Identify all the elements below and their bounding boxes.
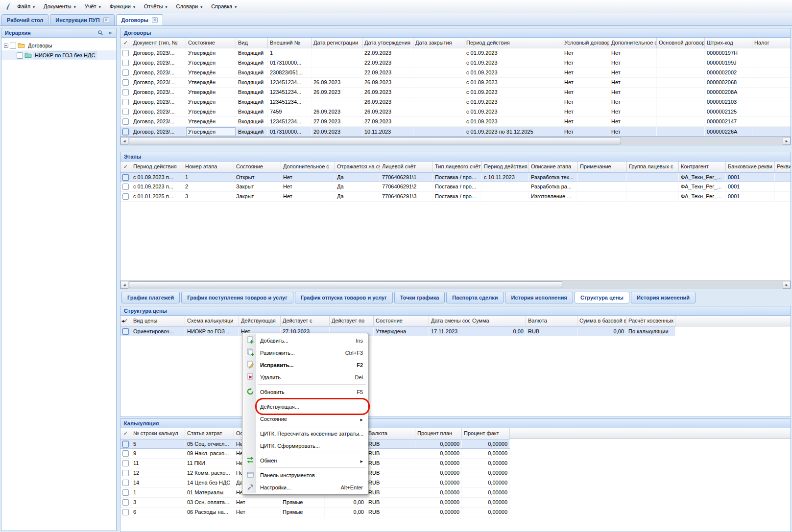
menubar-item-6[interactable]: Справка xyxy=(207,1,241,12)
column-header[interactable]: ✓ xyxy=(120,428,131,439)
context-menu-item-3[interactable]: УдалитьDel xyxy=(243,371,367,383)
menubar-item-4[interactable]: Отчёты xyxy=(140,1,171,12)
column-header[interactable]: Документ (тип, № xyxy=(131,38,186,48)
row-checkbox[interactable] xyxy=(122,441,129,447)
row-checkbox[interactable] xyxy=(122,480,129,486)
table-row[interactable]: с 01.09.2023 п...2ЗакрытНетДа7706406291\… xyxy=(120,182,791,192)
column-header[interactable]: Дата регистрации xyxy=(312,38,362,48)
column-header[interactable]: Сумма xyxy=(470,316,526,326)
scroll-left-button[interactable] xyxy=(120,281,128,289)
context-menu-item-1[interactable]: Размножить...Ctrl+F3 xyxy=(243,347,367,359)
tab-0[interactable]: Рабочий стол xyxy=(1,14,48,25)
context-menu-item-5[interactable]: Действующая... xyxy=(243,400,367,413)
scroll-right-button[interactable] xyxy=(783,137,791,145)
contracts-hscrollbar[interactable] xyxy=(120,137,791,145)
column-header[interactable]: Валюта xyxy=(366,428,415,439)
column-header[interactable]: Вид xyxy=(236,38,268,48)
column-header[interactable]: № строки калькул xyxy=(131,428,185,439)
column-header[interactable]: Тип лицевого счёт xyxy=(433,162,482,172)
table-row[interactable]: с 01.09.2023 п...1ОткрытНетДа7706406291\… xyxy=(120,172,791,182)
row-checkbox[interactable] xyxy=(122,184,129,190)
row-checkbox[interactable] xyxy=(122,129,129,135)
column-header[interactable]: Период действия л xyxy=(482,162,529,172)
column-header[interactable]: Действует с xyxy=(281,316,330,326)
table-row[interactable]: 303 Осн. оплата...НетПрямые0,00RUB0,0000… xyxy=(120,498,510,508)
tab-2[interactable]: Договоры xyxy=(116,14,163,25)
context-menu-item-2[interactable]: Исправить...F2 xyxy=(243,359,367,371)
row-checkbox[interactable] xyxy=(122,499,129,506)
subtab-4[interactable]: Паспорта сделки xyxy=(446,292,504,303)
scroll-left-indicator-icon[interactable] xyxy=(120,318,125,324)
tree-checkbox[interactable] xyxy=(17,52,23,59)
subtab-5[interactable]: История исполнения xyxy=(505,292,573,303)
row-checkbox[interactable] xyxy=(122,509,129,515)
table-row[interactable]: Договор, 2023/...УтверждёнВходящий123451… xyxy=(120,78,791,88)
column-header[interactable]: Основной договор xyxy=(657,38,705,48)
row-checkbox[interactable] xyxy=(122,470,129,476)
table-row[interactable]: Договор, 2023/...УтверждёнВходящий017310… xyxy=(120,127,791,137)
row-checkbox[interactable] xyxy=(122,69,129,76)
row-checkbox[interactable] xyxy=(122,174,129,181)
close-icon[interactable] xyxy=(103,17,109,23)
menubar-item-5[interactable]: Словари xyxy=(171,1,207,12)
menubar-item-0[interactable]: Файл xyxy=(13,1,39,12)
context-menu-item-7[interactable]: ЦИТК. Пересчитать косвенные затраты... xyxy=(243,427,367,439)
close-icon[interactable] xyxy=(152,17,158,23)
column-header[interactable]: Дата закрытия xyxy=(413,38,464,48)
context-menu-item-9[interactable]: Обмен xyxy=(243,454,367,466)
table-row[interactable]: 606 Расходы на...НетПрямые0,00RUB0,00000… xyxy=(120,508,510,517)
column-header[interactable]: Контрагент xyxy=(679,162,726,172)
subtab-0[interactable]: График платежей xyxy=(121,292,180,303)
context-menu-item-0[interactable]: Добавить...Ins xyxy=(243,334,367,347)
column-header[interactable]: Дата утверждения xyxy=(362,38,413,48)
column-header[interactable]: Состояние xyxy=(234,162,281,172)
column-header[interactable]: Примечание xyxy=(578,162,627,172)
table-row[interactable]: Договор, 2023/...УтверждёнВходящий122.09… xyxy=(120,48,791,58)
column-header[interactable]: Действующая xyxy=(239,316,281,326)
column-header[interactable]: Период действия xyxy=(464,38,562,48)
column-header[interactable]: Группа лицевых с xyxy=(627,162,679,172)
column-header[interactable]: Статья затрат xyxy=(185,428,234,439)
table-row[interactable]: Договор, 2023/...УтверждёнВходящий123451… xyxy=(120,117,791,127)
row-checkbox[interactable] xyxy=(122,118,129,125)
column-header[interactable]: Штрих-код xyxy=(705,38,752,48)
column-header[interactable]: Описание этапа xyxy=(529,162,578,172)
stages-hscrollbar[interactable] xyxy=(120,280,791,289)
table-row[interactable]: Договор, 2023/...УтверждёнВходящий745926… xyxy=(120,107,791,117)
column-header[interactable]: Действует по xyxy=(330,316,374,326)
row-checkbox[interactable] xyxy=(122,60,129,66)
column-header[interactable]: Отражается на су xyxy=(335,162,380,172)
scroll-thumb[interactable] xyxy=(129,138,621,144)
table-row[interactable]: с 01.01.2025 п...3ЗакрытНетДа7706406291\… xyxy=(120,192,791,202)
column-header[interactable]: Налог xyxy=(752,38,791,48)
column-header[interactable]: Вид цены xyxy=(131,316,185,326)
subtab-1[interactable]: График поступления товаров и услуг xyxy=(181,292,293,303)
context-menu-item-4[interactable]: ОбновитьF5 xyxy=(243,386,367,398)
menubar-item-2[interactable]: Учёт xyxy=(80,1,105,12)
subtab-2[interactable]: График отпуска товаров и услуг xyxy=(295,292,393,303)
subtab-7[interactable]: История изменений xyxy=(631,292,696,303)
row-checkbox[interactable] xyxy=(122,460,129,466)
column-header[interactable]: Номер этапа xyxy=(183,162,234,172)
locate-icon[interactable] xyxy=(96,29,104,37)
column-header[interactable]: ✓ xyxy=(120,38,131,48)
column-header[interactable]: Банковские рекви xyxy=(726,162,775,172)
scroll-right-button[interactable] xyxy=(783,281,791,289)
menubar-item-1[interactable]: Документы xyxy=(39,1,80,12)
row-checkbox[interactable] xyxy=(122,109,129,115)
column-header[interactable]: Период действия xyxy=(131,162,183,172)
table-row[interactable]: Ориентировоч...НИОКР по ГОЗ ...Нет27.10.… xyxy=(120,326,675,336)
column-header[interactable]: Дополнительное с xyxy=(609,38,657,48)
subtab-3[interactable]: Точки графика xyxy=(394,292,445,303)
context-menu-item-8[interactable]: ЦИТК. Сформировать... xyxy=(243,439,367,452)
table-row[interactable]: Договор, 2023/...УтверждёнВходящий230823… xyxy=(120,68,791,78)
column-header[interactable]: Лицевой счёт xyxy=(380,162,433,172)
subtab-6[interactable]: Структура цены xyxy=(575,292,629,303)
column-header[interactable]: Рекви xyxy=(775,162,791,172)
column-header[interactable]: Процент факт xyxy=(462,428,510,439)
column-header[interactable]: Дата смены состо xyxy=(429,316,470,326)
column-header[interactable]: Схема калькуляци xyxy=(185,316,239,326)
column-header[interactable]: Внешний № xyxy=(268,38,312,48)
table-row[interactable]: Договор, 2023/...УтверждёнВходящий017310… xyxy=(120,58,791,68)
context-menu-item-11[interactable]: Настройки...Alt+Enter xyxy=(243,481,367,493)
